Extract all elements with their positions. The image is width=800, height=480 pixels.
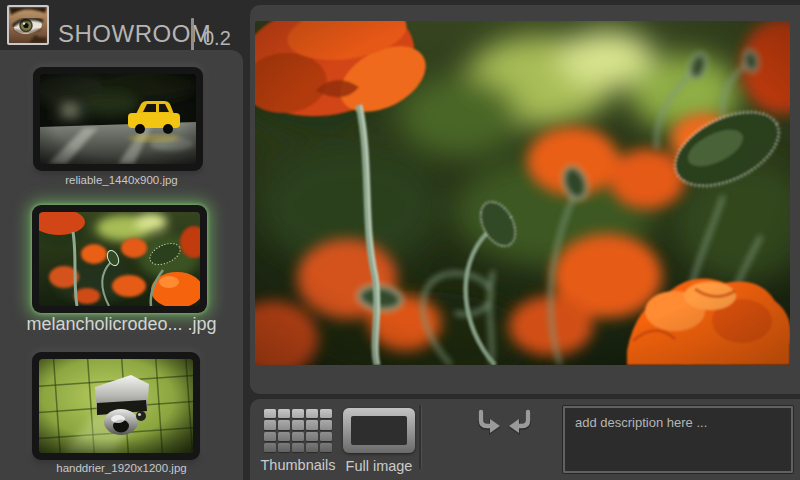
back-arrow-button[interactable] — [507, 409, 535, 436]
app-window: SHOWROOM 0.2 — [0, 0, 800, 480]
thumbnail-frame-selected — [32, 205, 207, 313]
thumbnail-filename: handdrier_1920x1200.jpg — [0, 462, 243, 474]
thumbnails-button-label: Thumbnails — [252, 457, 344, 473]
full-image-button-label: Full image — [338, 458, 420, 474]
main-image-poppies — [255, 21, 790, 365]
app-title: SHOWROOM — [58, 20, 211, 48]
bottom-toolbar: Thumbnails Full image — [250, 399, 800, 480]
navigation-arrows — [474, 409, 535, 436]
toolbar-divider — [419, 405, 421, 469]
forward-arrow-button[interactable] — [474, 409, 502, 436]
yellow-car-thumbnail-graphic — [40, 74, 196, 164]
thumbnail-sidebar: reliable_1440x900.jpg — [0, 50, 243, 480]
curved-arrow-forward-icon — [474, 409, 502, 436]
thumbnail-frame — [32, 352, 200, 460]
full-image-view-button[interactable]: Full image — [338, 405, 420, 474]
hand-dryer-thumbnail-graphic — [39, 359, 193, 453]
curved-arrow-back-icon — [507, 409, 535, 436]
poppies-field-graphic — [255, 21, 790, 365]
thumbnail-frame — [33, 67, 203, 171]
app-logo-eye-icon — [7, 5, 49, 45]
header: SHOWROOM 0.2 — [0, 0, 250, 50]
thumbnail-filename-selected: melancholicrodeo... .jpg — [0, 314, 243, 335]
thumbnails-grid-icon — [264, 409, 332, 452]
title-version-divider — [191, 18, 194, 52]
viewer-panel — [250, 5, 800, 394]
description-textarea[interactable] — [563, 406, 793, 473]
thumbnails-view-button[interactable]: Thumbnails — [252, 405, 344, 473]
poppies-thumbnail-graphic — [39, 212, 200, 306]
eye-photo-graphic — [9, 7, 47, 43]
full-image-frame-icon — [343, 408, 415, 453]
thumbnail-filename: reliable_1440x900.jpg — [0, 174, 243, 186]
app-version: 0.2 — [203, 27, 231, 50]
